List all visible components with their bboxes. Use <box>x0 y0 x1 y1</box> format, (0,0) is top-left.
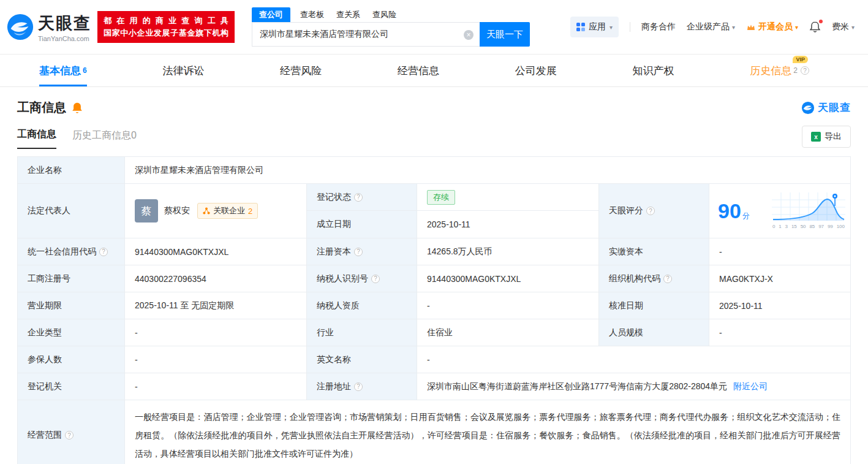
export-button[interactable]: x 导出 <box>802 126 851 148</box>
company-nav-tabs: 基本信息 6 法律诉讼 经营风险 经营信息 公司发展 知识产权 VIP 历史信息… <box>0 55 868 87</box>
subtab-business-info[interactable]: 工商信息 <box>17 128 56 149</box>
menu-cooperation[interactable]: 商务合作 <box>641 21 676 32</box>
help-icon: ? <box>354 248 363 256</box>
value-registration-number: 440300227096354 <box>125 265 307 292</box>
subscribe-bell-icon[interactable] <box>71 102 83 114</box>
tab-basic-info[interactable]: 基本信息 6 <box>39 55 87 86</box>
label-registration-status: 登记状态 ? <box>307 184 417 211</box>
nearby-companies-link[interactable]: 附近公司 <box>733 381 768 392</box>
value-registration-status: 存续 <box>417 184 599 211</box>
label-business-scope: 经营范围 ? <box>18 400 125 464</box>
label-legal-representative: 法定代表人 <box>18 184 125 238</box>
notification-bell[interactable] <box>809 21 821 33</box>
value-registration-authority: - <box>125 373 307 400</box>
score-axis-ticks: 0131550859799100 <box>772 224 845 230</box>
search-tab-relation[interactable]: 查关系 <box>336 9 360 22</box>
related-companies-badge[interactable]: 关联企业 2 <box>197 203 258 219</box>
search-tab-risk[interactable]: 查风险 <box>372 9 396 22</box>
tab-company-development[interactable]: 公司发展 <box>515 55 557 86</box>
help-icon: ? <box>663 275 672 283</box>
value-tianyan-score[interactable]: 90 分 0131550 <box>709 184 850 238</box>
label-paid-capital: 实缴资本 <box>599 238 709 265</box>
apps-menu[interactable]: 应用 ▾ <box>570 17 619 37</box>
label-industry: 行业 <box>307 319 417 346</box>
tab-intellectual-property[interactable]: 知识产权 <box>633 55 674 86</box>
help-icon: ? <box>371 275 380 283</box>
search-area: 查公司 查老板 查关系 查风险 × 天眼一下 <box>252 7 530 47</box>
related-count: 2 <box>248 207 252 216</box>
search-tab-company[interactable]: 查公司 <box>252 7 290 22</box>
label-registration-authority: 登记机关 <box>18 373 125 400</box>
chevron-down-icon: ▾ <box>609 24 613 31</box>
search-tabs: 查公司 查老板 查关系 查风险 <box>252 7 530 22</box>
crown-icon <box>746 23 756 32</box>
excel-icon: x <box>811 132 821 142</box>
tianyancha-watermark: 天眼查 <box>801 101 851 115</box>
value-business-term: 2025-10-11 至 无固定期限 <box>125 292 307 319</box>
value-registered-address: 深圳市南山区粤海街道蔚蓝海岸社区创业路1777号海信南方大厦2802-2804单… <box>417 373 850 400</box>
score-distribution-chart: 0131550859799100 <box>772 192 845 230</box>
logo-domain: TianYanCha.com <box>38 35 91 42</box>
tab-operation-info[interactable]: 经营信息 <box>398 55 439 86</box>
label-organization-code: 组织机构代码 ? <box>599 265 709 292</box>
value-taxpayer-quality: - <box>417 292 599 319</box>
search-button[interactable]: 天眼一下 <box>480 22 530 47</box>
value-approval-date: 2025-10-11 <box>709 292 850 319</box>
label-approval-date: 核准日期 <box>599 292 709 319</box>
value-legal-representative: 蔡 蔡权安 关联企业 2 <box>125 184 307 238</box>
tab-operation-risk[interactable]: 经营风险 <box>280 55 322 86</box>
value-credit-code: 91440300MAG0KTXJXL <box>125 238 307 265</box>
chevron-down-icon: ▾ <box>732 24 735 31</box>
promo-line1: 都在用的商业查询工具 <box>104 15 228 27</box>
search-tab-boss[interactable]: 查老板 <box>300 9 324 22</box>
subtab-history-business-info[interactable]: 历史工商信息0 <box>72 129 137 149</box>
menu-divider <box>630 22 630 32</box>
label-tianyan-score: 天眼评分 ? <box>599 184 709 238</box>
label-registered-address: 注册地址 ? <box>307 373 417 400</box>
value-company-type: - <box>125 319 307 346</box>
score-value: 90 <box>718 199 741 223</box>
value-organization-code: MAG0KTXJ-X <box>709 265 850 292</box>
user-menu[interactable]: 费米 ▾ <box>832 21 855 32</box>
help-icon: ? <box>646 207 655 215</box>
help-icon: ? <box>354 193 363 202</box>
label-registered-capital: 注册资本 ? <box>307 238 417 265</box>
promo-banner: 都在用的商业查询工具 国家中小企业发展子基金旗下机构 <box>97 11 235 43</box>
status-badge: 存续 <box>427 190 455 205</box>
label-company-type: 企业类型 <box>18 319 125 346</box>
value-taxpayer-id: 91440300MAG0KTXJXL <box>417 265 599 292</box>
watermark-logo-icon <box>801 101 815 115</box>
value-business-scope: 一般经营项目是：酒店管理；企业管理；企业管理咨询；市场营销策划；日用百货销售；会… <box>125 400 850 464</box>
apps-grid-icon <box>576 23 585 31</box>
network-icon <box>203 207 210 215</box>
tab-legal-litigation[interactable]: 法律诉讼 <box>162 55 204 86</box>
value-industry: 住宿业 <box>417 319 599 346</box>
label-taxpayer-id: 纳税人识别号 ? <box>307 265 417 292</box>
legal-rep-name-link[interactable]: 蔡权安 <box>164 205 190 216</box>
header-menu: 应用 ▾ 商务合作 企业级产品 ▾ 开通会员 ▾ 费米 ▾ <box>570 17 855 37</box>
menu-open-vip[interactable]: 开通会员 ▾ <box>746 21 798 32</box>
score-unit: 分 <box>742 211 750 221</box>
label-company-name: 企业名称 <box>18 157 125 184</box>
label-taxpayer-quality: 纳税人资质 <box>307 292 417 319</box>
search-input[interactable] <box>252 23 480 46</box>
help-icon: ? <box>65 431 74 439</box>
apps-label: 应用 <box>589 21 606 32</box>
section-title: 工商信息 <box>17 99 66 116</box>
tab-count: 2 <box>793 66 798 75</box>
label-credit-code: 统一社会信用代码 ? <box>18 238 125 265</box>
logo-swirl-icon <box>6 13 34 41</box>
notification-dot <box>819 20 823 23</box>
tianyancha-logo[interactable]: 天眼查 TianYanCha.com <box>6 12 91 42</box>
logo-name: 天眼查 <box>38 12 91 34</box>
clear-input-icon[interactable]: × <box>464 30 474 40</box>
value-establish-date: 2025-10-11 <box>417 211 599 238</box>
vip-badge: VIP <box>793 56 808 63</box>
label-insured-count: 参保人数 <box>18 346 125 373</box>
chevron-down-icon: ▾ <box>851 24 855 31</box>
value-company-name: 深圳市星耀未来酒店管理有限公司 <box>125 157 850 184</box>
menu-enterprise-products[interactable]: 企业级产品 ▾ <box>687 21 735 32</box>
legal-rep-avatar[interactable]: 蔡 <box>135 199 158 222</box>
tab-history-info[interactable]: VIP 历史信息 2 ? <box>750 55 824 86</box>
label-english-name: 英文名称 <box>307 346 417 373</box>
